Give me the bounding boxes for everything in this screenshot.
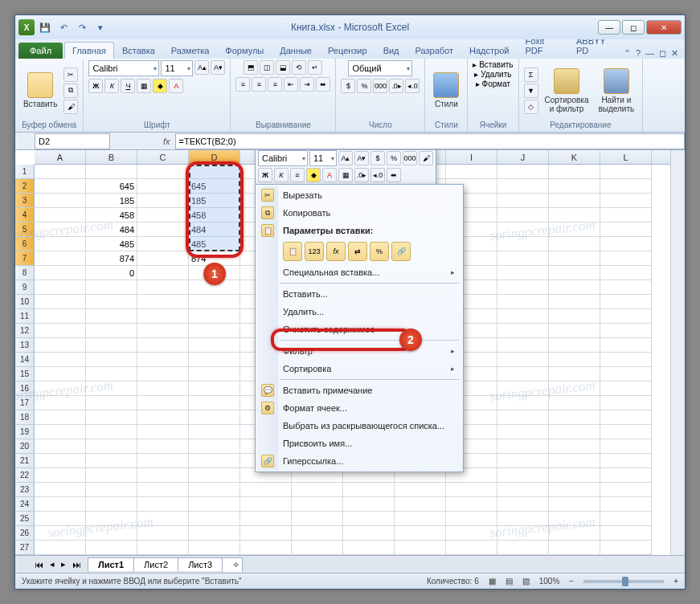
cell[interactable]	[549, 526, 600, 541]
cell[interactable]	[86, 468, 137, 483]
cell[interactable]	[137, 425, 189, 439]
cell[interactable]	[497, 512, 549, 526]
cell[interactable]	[549, 222, 600, 237]
cell[interactable]	[600, 439, 652, 454]
cell[interactable]	[600, 382, 652, 396]
cells-format-button[interactable]: ▸ Формат	[476, 80, 510, 88]
close-button[interactable]: ✕	[646, 20, 682, 35]
cell[interactable]	[549, 280, 600, 295]
tab-view[interactable]: Вид	[375, 42, 407, 59]
cell[interactable]	[600, 309, 652, 324]
sheet-tab-1[interactable]: Лист1	[88, 557, 134, 571]
cell[interactable]	[35, 541, 86, 555]
cell[interactable]	[549, 468, 600, 483]
autosum-icon[interactable]: Σ	[524, 67, 538, 82]
cm-format-cells[interactable]: ⚙Формат ячеек...	[257, 399, 461, 417]
copy-icon[interactable]: ⧉	[63, 84, 78, 98]
find-select-button[interactable]: Найти и выделить	[595, 67, 637, 115]
cell[interactable]	[497, 251, 549, 266]
minimize-button[interactable]: —	[598, 20, 620, 35]
cell[interactable]	[137, 309, 189, 324]
cell[interactable]	[240, 483, 292, 497]
cell[interactable]	[35, 382, 86, 396]
cm-copy[interactable]: ⧉Копировать	[257, 204, 461, 222]
tab-layout[interactable]: Разметка	[163, 42, 218, 59]
cell[interactable]	[549, 454, 600, 468]
cell[interactable]	[497, 208, 549, 222]
cell[interactable]	[395, 512, 446, 526]
currency-icon[interactable]: $	[341, 79, 355, 93]
cell[interactable]	[86, 396, 137, 410]
cell[interactable]	[86, 425, 137, 439]
cell[interactable]	[549, 396, 600, 410]
cell[interactable]	[35, 439, 86, 454]
cell[interactable]	[86, 324, 137, 338]
cell[interactable]	[137, 338, 189, 353]
zoom-in-button[interactable]: +	[673, 577, 678, 586]
cell[interactable]	[137, 295, 189, 309]
cm-define-name[interactable]: Присвоить имя...	[257, 435, 461, 452]
row-header[interactable]: 26	[15, 526, 35, 541]
qat-customize-icon[interactable]: ▾	[92, 19, 108, 35]
cell[interactable]	[549, 367, 600, 382]
cell[interactable]	[86, 454, 137, 468]
cell[interactable]	[137, 194, 189, 208]
cell[interactable]	[600, 222, 652, 237]
row-header[interactable]: 9	[15, 280, 35, 295]
column-header[interactable]: B	[86, 150, 137, 164]
mt-bold-button[interactable]: Ж	[258, 168, 272, 182]
cell[interactable]: 458	[189, 208, 240, 222]
wrap-text-icon[interactable]: ↵	[308, 60, 322, 75]
cell[interactable]	[35, 295, 86, 309]
row-header[interactable]: 6	[15, 237, 35, 251]
cell[interactable]	[35, 512, 86, 526]
cell[interactable]	[549, 208, 600, 222]
orientation-icon[interactable]: ⟲	[292, 60, 306, 75]
cell[interactable]	[137, 266, 189, 280]
cell[interactable]	[189, 410, 240, 425]
tab-addins[interactable]: Надстрой	[461, 42, 517, 59]
column-header[interactable]: L	[600, 150, 652, 164]
column-header[interactable]: J	[497, 150, 549, 164]
cell[interactable]	[549, 353, 600, 367]
row-header[interactable]: 18	[15, 410, 35, 425]
cell[interactable]	[549, 179, 600, 194]
cell[interactable]	[600, 251, 652, 266]
mt-grow-font-icon[interactable]: A▴	[338, 151, 353, 165]
cell[interactable]	[497, 222, 549, 237]
cell[interactable]	[35, 410, 86, 425]
paste-link-icon[interactable]: 🔗	[391, 242, 411, 261]
row-header[interactable]: 23	[15, 483, 35, 497]
cell[interactable]	[292, 526, 343, 541]
cell[interactable]	[497, 295, 549, 309]
increase-decimal-icon[interactable]: .0▸	[389, 79, 403, 93]
cell[interactable]: 484	[189, 222, 240, 237]
cell[interactable]	[497, 266, 549, 280]
cm-cut[interactable]: ✂Вырезать	[257, 186, 461, 204]
row-header[interactable]: 5	[15, 222, 35, 237]
cell[interactable]	[86, 526, 137, 541]
cell[interactable]	[395, 526, 446, 541]
zoom-level[interactable]: 100%	[539, 577, 560, 586]
cell[interactable]	[497, 541, 549, 555]
cell[interactable]: 458	[86, 208, 137, 222]
row-header[interactable]: 25	[15, 512, 35, 526]
tab-insert[interactable]: Вставка	[114, 42, 163, 59]
cell[interactable]	[189, 353, 240, 367]
mt-font-combo[interactable]: Calibri	[258, 150, 308, 166]
tab-nav-prev-icon[interactable]: ◂	[47, 559, 58, 569]
row-header[interactable]: 8	[15, 266, 35, 280]
formula-bar[interactable]: =ТЕКСТ(B2;0)	[175, 133, 685, 149]
cell[interactable]	[35, 526, 86, 541]
mt-percent-icon[interactable]: %	[387, 151, 401, 165]
cell[interactable]	[497, 439, 549, 454]
percent-icon[interactable]: %	[357, 79, 371, 93]
cell[interactable]	[600, 179, 652, 194]
cm-insert[interactable]: Вставить...	[257, 285, 461, 303]
help-icon[interactable]: ?	[636, 48, 641, 59]
cell[interactable]	[600, 367, 652, 382]
redo-icon[interactable]: ↷	[74, 19, 90, 35]
decrease-indent-icon[interactable]: ⇤	[284, 77, 298, 92]
tab-nav-next-icon[interactable]: ▸	[58, 559, 69, 569]
cell[interactable]	[600, 468, 652, 483]
